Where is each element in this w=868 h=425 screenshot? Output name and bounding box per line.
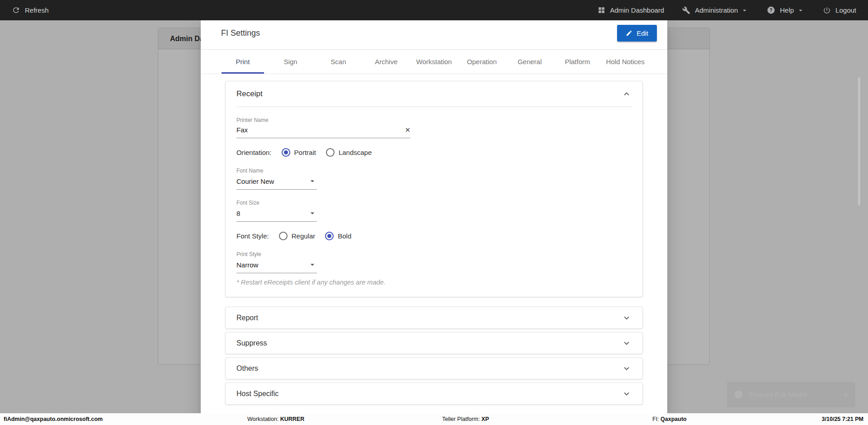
radio-portrait-label: Portrait	[294, 149, 316, 156]
orientation-group: Orientation: Portrait Landscape	[236, 148, 632, 157]
font-style-group: Font Style: Regular Bold	[236, 232, 632, 240]
workstation-status: Workstation: KURRER	[247, 413, 304, 425]
chevron-up-icon	[622, 89, 632, 99]
power-icon	[823, 6, 831, 14]
host-specific-panel-header[interactable]: Host Specific	[226, 383, 642, 404]
printer-name-value: Fax	[236, 126, 248, 134]
printer-name-field: Printer Name Fax ✕	[236, 117, 632, 138]
workstation-value: KURRER	[280, 416, 304, 422]
suppress-panel-title: Suppress	[236, 339, 267, 347]
dropdown-arrow-icon	[308, 209, 317, 218]
refresh-label: Refresh	[25, 6, 49, 14]
dashboard-grid-icon	[598, 6, 605, 14]
tab-scan[interactable]: Scan	[315, 50, 363, 74]
font-style-label: Font Style:	[236, 232, 269, 240]
pencil-icon	[626, 30, 632, 37]
font-name-select[interactable]: Courier New	[236, 177, 317, 190]
font-name-label: Font Name	[236, 168, 632, 174]
radio-selected-icon	[282, 148, 290, 157]
receipt-panel: Receipt Printer Name Fax ✕ Orientation:	[225, 81, 643, 297]
font-name-value: Courier New	[236, 177, 274, 185]
topbar-right-menu: Admin Dashboard Administration ? Help Lo…	[598, 6, 856, 14]
host-specific-panel-title: Host Specific	[236, 390, 278, 398]
administration-menu[interactable]: Administration	[682, 6, 749, 14]
font-size-label: Font Size	[236, 200, 632, 206]
print-style-field: Print Style Narrow	[236, 251, 632, 273]
font-size-select[interactable]: 8	[236, 209, 317, 222]
dialog-header: FI Settings Edit	[201, 17, 667, 50]
printer-name-input[interactable]: Fax ✕	[236, 126, 410, 138]
teller-platform-value: XP	[481, 416, 489, 422]
logout-button[interactable]: Logout	[823, 6, 856, 14]
help-menu[interactable]: ? Help	[767, 6, 805, 14]
others-panel: Others	[225, 357, 643, 379]
logged-in-user: fiAdmin@qaxpauto.onmicrosoft.com	[4, 413, 103, 425]
chevron-down-icon	[622, 364, 632, 374]
radio-unselected-icon	[279, 232, 288, 240]
settings-tabs: Print Sign Scan Archive Workstation Oper…	[201, 50, 667, 74]
administration-label: Administration	[695, 6, 738, 14]
tab-workstation[interactable]: Workstation	[410, 50, 458, 74]
print-style-value: Narrow	[236, 261, 258, 269]
clear-icon[interactable]: ✕	[405, 126, 410, 133]
logout-label: Logout	[835, 6, 856, 14]
workstation-label: Workstation:	[247, 416, 278, 422]
wrench-icon	[682, 6, 690, 14]
teller-platform-label: Teller Platform:	[442, 416, 480, 422]
radio-portrait[interactable]: Portrait	[282, 148, 316, 157]
tab-archive[interactable]: Archive	[362, 50, 410, 74]
scrollbar-thumb[interactable]	[858, 77, 860, 205]
radio-unselected-icon	[326, 148, 335, 157]
radio-landscape-label: Landscape	[339, 149, 372, 156]
tab-sign[interactable]: Sign	[267, 50, 315, 74]
print-style-label: Print Style	[236, 251, 632, 257]
chevron-down-icon	[622, 313, 632, 323]
edit-button[interactable]: Edit	[617, 25, 657, 42]
settings-accordion: Receipt Printer Name Fax ✕ Orientation:	[201, 74, 667, 420]
print-style-select[interactable]: Narrow	[236, 260, 317, 273]
suppress-panel: Suppress	[225, 332, 643, 354]
radio-regular[interactable]: Regular	[279, 232, 316, 240]
radio-regular-label: Regular	[292, 232, 316, 240]
tab-operation[interactable]: Operation	[458, 50, 506, 74]
radio-bold-label: Bold	[338, 232, 351, 240]
restart-note: * Restart eReceipts client if any change…	[236, 279, 632, 286]
chevron-down-icon	[622, 389, 632, 399]
tab-hold-notices[interactable]: Hold Notices	[601, 50, 649, 74]
font-name-field: Font Name Courier New	[236, 168, 632, 190]
tab-platform[interactable]: Platform	[553, 50, 601, 74]
font-size-field: Font Size 8	[236, 200, 632, 222]
others-panel-title: Others	[236, 364, 258, 373]
report-panel-title: Report	[236, 314, 258, 322]
orientation-label: Orientation:	[236, 149, 272, 156]
dropdown-arrow-icon	[308, 260, 317, 269]
edit-button-label: Edit	[637, 29, 648, 37]
dialog-title: FI Settings	[221, 28, 260, 38]
receipt-panel-title: Receipt	[236, 89, 263, 98]
refresh-icon	[12, 6, 20, 14]
help-label: Help	[780, 6, 794, 14]
radio-selected-icon	[325, 232, 334, 240]
chevron-down-icon	[741, 6, 749, 14]
tab-general[interactable]: General	[506, 50, 554, 74]
refresh-button[interactable]: Refresh	[12, 6, 49, 14]
others-panel-header[interactable]: Others	[226, 358, 642, 379]
admin-dashboard-label: Admin Dashboard	[610, 6, 664, 14]
chevron-down-icon	[797, 6, 805, 14]
report-panel-header[interactable]: Report	[226, 307, 642, 328]
receipt-panel-header[interactable]: Receipt	[226, 81, 642, 107]
status-bar: fiAdmin@qaxpauto.onmicrosoft.com Worksta…	[0, 413, 868, 425]
svg-text:?: ?	[770, 8, 773, 13]
tab-print[interactable]: Print	[219, 50, 267, 74]
radio-landscape[interactable]: Landscape	[326, 148, 372, 157]
datetime-display: 3/10/25 7:21 PM	[822, 413, 863, 425]
fi-settings-dialog: FI Settings Edit Print Sign Scan Archive…	[201, 17, 667, 420]
host-specific-panel: Host Specific	[225, 383, 643, 405]
radio-bold[interactable]: Bold	[325, 232, 351, 240]
admin-dashboard-button[interactable]: Admin Dashboard	[598, 6, 664, 14]
teller-platform-status: Teller Platform: XP	[442, 413, 489, 425]
printer-name-label: Printer Name	[236, 117, 632, 123]
help-icon: ?	[767, 6, 775, 14]
report-panel: Report	[225, 307, 643, 329]
suppress-panel-header[interactable]: Suppress	[226, 332, 642, 354]
